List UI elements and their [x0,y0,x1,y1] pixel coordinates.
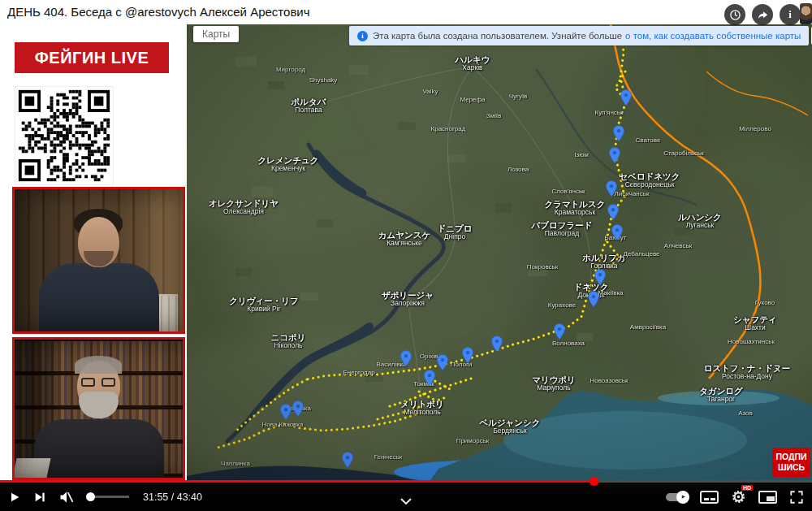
autoplay-toggle-icon [666,493,688,501]
map-info-bar-body: i Эта карта была создана пользователем. … [349,26,809,45]
map-pin-icon [400,350,412,367]
next-button[interactable] [33,491,46,504]
camera-vignette [15,189,183,331]
miniplayer-icon [758,491,777,504]
fullscreen-button[interactable] [789,490,804,505]
overlay-actions: i [724,4,801,25]
subscribe-label-line2: ШИСЬ [778,462,805,473]
maps-chip[interactable]: Карты [193,26,239,42]
map-pin[interactable] [424,370,436,387]
map-pin[interactable] [462,347,474,364]
map-pin-icon [606,180,618,197]
map-pin[interactable] [342,452,354,469]
map-pin[interactable] [611,224,624,241]
controls-row: 31:55 / 43:40 [0,483,812,511]
time-display: 31:55 / 43:40 [143,492,202,503]
share-arrow-icon [757,9,769,21]
map-pin[interactable] [554,323,566,340]
info-button[interactable]: i [780,4,801,25]
map-pin[interactable] [607,204,620,221]
video-title: ДЕНЬ 404. Беседа с @arestovych Алексей А… [7,0,310,24]
map-pin[interactable] [491,336,503,353]
satellite-map[interactable]: ハルキウХарківポルタバПолтаваクレメンチュクКременчукオレク… [187,24,812,480]
map-pin-icon [280,404,292,421]
map-pin[interactable] [606,180,618,197]
info-icon: i [788,8,792,21]
map-pin-icon [607,204,620,221]
more-videos-chevron[interactable] [400,493,412,508]
camera-vignette [15,340,183,478]
fullscreen-icon [789,490,804,505]
autoplay-toggle[interactable] [666,493,688,501]
map-pin[interactable] [280,404,292,421]
map-pin-icon [292,401,304,418]
map-pin[interactable] [620,89,633,106]
map-pin-icon [588,291,600,308]
play-triangle-icon [8,491,21,504]
player-controls: 31:55 / 43:40 [0,480,812,511]
video-title-bar: ДЕНЬ 404. Беседа с @arestovych Алексей А… [0,0,812,24]
map-pin-icon [609,147,621,164]
map-pin-icon [554,323,566,340]
map-pin-layer [187,24,812,480]
next-track-icon [33,491,46,504]
map-pin-icon [424,370,436,387]
map-info-link[interactable]: о том, как создавать собственные карты [625,31,801,41]
map-pin[interactable] [613,125,625,142]
map-pin[interactable] [292,401,304,418]
map-info-text: Эта карта была создана пользователем. Уз… [373,31,622,41]
qr-code-svg [15,87,113,184]
subscribe-label-line1: ПОДПИ [775,452,806,462]
right-controls: HD [666,489,804,505]
channel-banner: ФЕЙГИН LIVE [15,42,169,73]
webcam-feed-guest [12,187,185,334]
subscribe-button[interactable]: ПОДПИ ШИСЬ [772,448,810,477]
map-pin[interactable] [437,354,449,371]
map-pin-icon [342,452,354,469]
map-info-bar: i Эта карта была создана пользователем. … [349,26,812,45]
volume-knob[interactable] [86,492,95,501]
map-pin-icon [620,89,633,106]
volume-slider[interactable] [87,496,129,498]
chevron-down-icon [400,498,412,505]
gear-icon [731,489,746,505]
map-pin-icon [437,354,449,371]
subtitles-icon [700,491,719,504]
settings-button[interactable]: HD [731,489,746,505]
play-button[interactable] [8,491,21,504]
video-player-stage: ハルキウХарківポルタバПолтаваクレメンチュクКременчукオレク… [0,0,812,511]
webcam-feed-host [12,337,185,480]
qr-code [15,86,114,185]
map-pin-icon [491,336,503,353]
miniplayer-button[interactable] [758,491,777,504]
map-pin[interactable] [609,147,621,164]
watch-later-button[interactable] [724,4,745,25]
hd-quality-badge: HD [741,485,753,491]
clock-icon [729,9,741,21]
channel-avatar[interactable] [800,3,812,24]
map-pin-icon [611,224,624,241]
share-button[interactable] [752,4,773,25]
map-pin-icon [462,347,474,364]
info-icon: i [357,31,368,41]
map-pin-icon [613,125,625,142]
left-panel: ФЕЙГИН LIVE [0,24,187,480]
map-pin[interactable] [588,291,600,308]
mute-button[interactable] [58,489,75,505]
muted-speaker-icon [58,489,75,505]
map-pin-icon [594,269,607,286]
map-pin[interactable] [400,350,412,367]
subtitles-button[interactable] [700,491,719,504]
map-pin[interactable] [594,269,607,286]
